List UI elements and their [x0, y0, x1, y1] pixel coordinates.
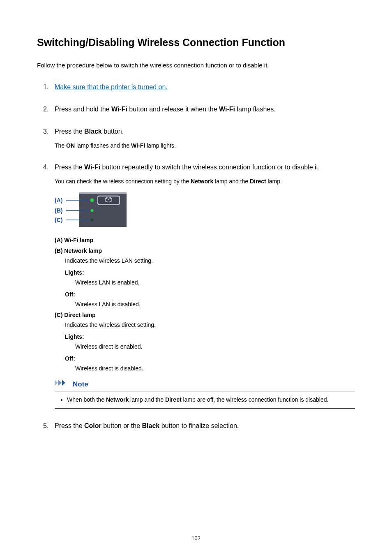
intro-text: Follow the procedure below to switch the…	[37, 61, 355, 70]
lamp-b-off: Off:	[65, 290, 355, 299]
lamp-a-title: (A) Wi-Fi lamp	[55, 236, 355, 245]
svg-rect-1	[79, 192, 127, 194]
page-title: Switching/Disabling Wireless Connection …	[37, 35, 355, 51]
lamp-b-title: (B) Network lamp	[55, 247, 355, 255]
procedure-list: Make sure that the printer is turned on.…	[43, 82, 355, 431]
svg-point-5	[90, 199, 94, 202]
lamp-b-off-desc: Wireless LAN is disabled.	[75, 300, 355, 309]
text: Press the	[55, 164, 84, 171]
step-1: Make sure that the printer is turned on.	[43, 82, 355, 92]
svg-point-8	[91, 219, 94, 222]
lamp-c-title: (C) Direct lamp	[55, 311, 355, 319]
text: lamp flashes and the	[75, 142, 131, 149]
on-bold: ON	[66, 142, 75, 149]
text: lamp.	[266, 178, 282, 185]
note-chevrons-icon	[55, 379, 70, 389]
text: lamp and the	[213, 178, 250, 185]
text: button to finalize selection.	[159, 422, 239, 429]
text: lamp are off, the wireless connection fu…	[182, 396, 329, 403]
lamp-diagram: (A) (B) (C)	[55, 192, 127, 230]
step-5: Press the Color button or the Black butt…	[43, 421, 355, 431]
note-box: Note When both the Network lamp and the …	[55, 379, 355, 409]
svg-marker-12	[55, 380, 58, 386]
direct-bold: Direct	[250, 178, 266, 185]
network-bold: Network	[106, 396, 129, 403]
svg-marker-14	[62, 380, 65, 386]
black-bold: Black	[142, 422, 160, 429]
page-number: 102	[0, 534, 392, 543]
step-4: Press the Wi-Fi button repeatedly to swi…	[43, 162, 355, 409]
lamp-c-desc: Indicates the wireless direct setting.	[65, 321, 355, 329]
network-bold: Network	[191, 178, 213, 185]
direct-bold: Direct	[165, 396, 182, 403]
text: When both the	[67, 396, 106, 403]
text: lamp flashes.	[235, 106, 276, 113]
diagram-label-c: (C)	[55, 217, 62, 223]
svg-marker-13	[58, 380, 62, 386]
wifi-bold: Wi-Fi	[84, 164, 100, 171]
diagram-label-a: (A)	[55, 197, 62, 204]
text: Press the	[55, 128, 84, 135]
lamp-c-off: Off:	[65, 354, 355, 363]
printer-on-link[interactable]: Make sure that the printer is turned on.	[55, 83, 168, 90]
lamp-c-off-desc: Wireless direct is disabled.	[75, 364, 355, 373]
step-4-sub: You can check the wireless connection se…	[55, 177, 355, 186]
note-body: When both the Network lamp and the Direc…	[55, 391, 355, 409]
lamp-b-lights-desc: Wireless LAN is enabled.	[75, 278, 355, 287]
note-title: Note	[73, 379, 88, 390]
diagram-label-b: (B)	[55, 207, 62, 214]
text: The	[55, 142, 66, 149]
lamp-b-desc: Indicates the wireless LAN setting.	[65, 257, 355, 265]
lamp-b-lights: Lights:	[65, 268, 355, 277]
wifi-bold: Wi-Fi	[131, 142, 145, 149]
wifi-bold: Wi-Fi	[111, 106, 127, 113]
text: lamp and the	[129, 396, 165, 403]
step-3: Press the Black button. The ON lamp flas…	[43, 127, 355, 150]
text: You can check the wireless connection se…	[55, 178, 191, 185]
wifi-bold: Wi-Fi	[219, 106, 235, 113]
lamp-c-lights-desc: Wireless direct is enabled.	[75, 342, 355, 351]
text: button repeatedly to switch the wireless…	[100, 164, 320, 171]
note-bullet: When both the Network lamp and the Direc…	[67, 395, 353, 404]
lamp-definitions: (A) Wi-Fi lamp (B) Network lamp Indicate…	[55, 236, 355, 373]
text: button.	[102, 128, 124, 135]
text: button and release it when the	[127, 106, 219, 113]
color-bold: Color	[84, 422, 101, 429]
document-page: Switching/Disabling Wireless Connection …	[0, 0, 392, 555]
lamp-c-lights: Lights:	[65, 333, 355, 341]
step-2: Press and hold the Wi-Fi button and rele…	[43, 104, 355, 114]
text: button or the	[101, 422, 142, 429]
text: Press and hold the	[55, 106, 111, 113]
text: Press the	[55, 422, 84, 429]
svg-point-7	[91, 209, 94, 212]
text: lamp lights.	[145, 142, 176, 149]
black-bold: Black	[84, 128, 102, 135]
svg-point-4	[108, 199, 109, 201]
step-3-sub: The ON lamp flashes and the Wi-Fi lamp l…	[55, 141, 355, 150]
